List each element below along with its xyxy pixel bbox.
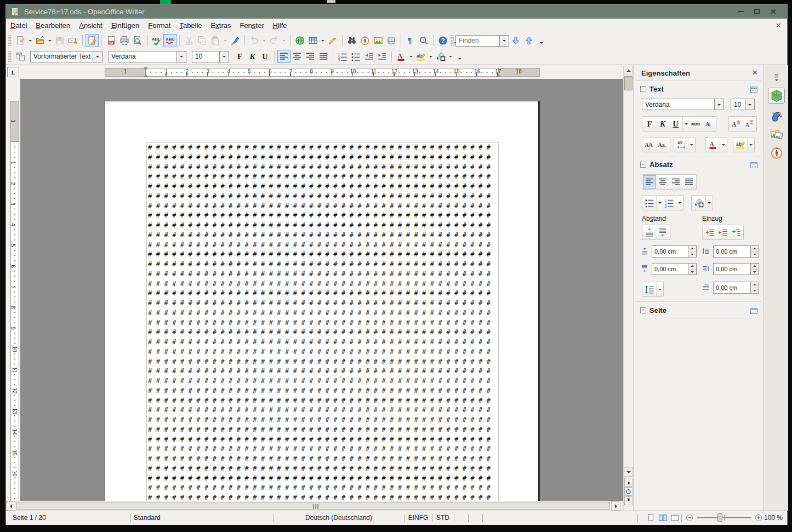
standard-toolbar-grip[interactable] bbox=[8, 35, 12, 46]
vertical-scrollbar[interactable] bbox=[623, 66, 633, 511]
first-line-indent-increase[interactable] bbox=[751, 282, 759, 288]
paragraph-background-dropdown[interactable] bbox=[705, 196, 712, 209]
sidebar-font-name-dropdown[interactable] bbox=[714, 99, 723, 110]
horizontal-scrollbar[interactable] bbox=[6, 501, 623, 511]
sidebar-font-size-dropdown[interactable] bbox=[745, 99, 754, 110]
after-text-indent-decrease[interactable] bbox=[751, 269, 759, 275]
menu-item-tabelle[interactable]: Tabelle bbox=[175, 20, 206, 31]
edit-mode-button[interactable] bbox=[86, 34, 99, 47]
scroll-left-button[interactable] bbox=[6, 501, 15, 511]
find-next-button[interactable] bbox=[509, 34, 522, 47]
styles-dialog-button[interactable] bbox=[14, 50, 27, 63]
align-left-button[interactable] bbox=[643, 175, 656, 188]
above-paragraph-spacing-decrease[interactable] bbox=[688, 251, 696, 258]
character-spacing-dropdown[interactable] bbox=[688, 138, 694, 151]
align-left-button[interactable] bbox=[277, 50, 290, 63]
vertical-ruler[interactable]: 112345678910111213141516 bbox=[8, 79, 20, 501]
first-line-indent-decrease[interactable] bbox=[751, 288, 759, 294]
multi-page-view-button[interactable] bbox=[657, 513, 668, 523]
numbered-list-button[interactable]: 123 bbox=[663, 196, 676, 209]
paragraph-style-dropdown[interactable] bbox=[93, 52, 102, 62]
decrease-indent-button[interactable] bbox=[716, 226, 730, 239]
data-sources-button[interactable] bbox=[385, 34, 398, 47]
after-text-indent-increase[interactable] bbox=[751, 264, 759, 269]
tab-gallery[interactable] bbox=[768, 126, 785, 142]
previous-page-button[interactable] bbox=[624, 478, 633, 487]
book-view-button[interactable] bbox=[669, 513, 680, 523]
text-area[interactable]: # # # # # # # # # # # # # # # # # # # # … bbox=[146, 142, 499, 501]
insert-table-dropdown[interactable] bbox=[320, 34, 326, 47]
scroll-right-button[interactable] bbox=[611, 501, 620, 511]
vertical-scrollbar-thumb[interactable] bbox=[624, 76, 633, 90]
align-justify-button[interactable] bbox=[682, 175, 696, 188]
below-paragraph-spacing-increase[interactable] bbox=[688, 264, 696, 269]
spellcheck-button[interactable]: ABC bbox=[150, 34, 163, 47]
zoom-out-button[interactable] bbox=[686, 514, 693, 522]
tab-stop-selector[interactable]: L bbox=[7, 67, 19, 77]
navigator-button[interactable]: N bbox=[358, 34, 372, 47]
highlighting-dropdown[interactable] bbox=[428, 50, 434, 63]
zoom-in-button[interactable] bbox=[755, 514, 762, 522]
uppercase-button[interactable]: AA bbox=[643, 138, 656, 151]
email-document-button[interactable] bbox=[66, 34, 79, 47]
horizontal-scrollbar-thumb[interactable] bbox=[16, 502, 610, 510]
increase-spacing-button[interactable] bbox=[643, 226, 656, 239]
before-text-indent-field[interactable]: 0,00 cm bbox=[713, 245, 759, 258]
menu-item-ansicht[interactable]: Ansicht bbox=[75, 20, 107, 31]
font-color-button[interactable]: A bbox=[706, 138, 720, 151]
sidebar-font-name-combo[interactable]: Verdana bbox=[642, 99, 724, 110]
increase-indent-button[interactable] bbox=[703, 226, 716, 239]
font-name-combo[interactable]: Verdana bbox=[108, 51, 186, 62]
character-spacing-button[interactable]: AV bbox=[675, 138, 688, 151]
page-style-status[interactable]: Standard bbox=[134, 514, 161, 522]
insert-table-button[interactable] bbox=[306, 34, 320, 47]
formatting-toolbar-overflow[interactable] bbox=[456, 49, 463, 64]
text-dialog-launcher[interactable] bbox=[750, 85, 758, 93]
gallery-button[interactable] bbox=[372, 34, 385, 47]
next-page-button[interactable] bbox=[624, 496, 633, 505]
formatting-marks-button[interactable]: ¶ bbox=[404, 34, 417, 47]
new-document-button[interactable] bbox=[14, 34, 27, 47]
find-dropdown[interactable] bbox=[499, 36, 509, 46]
decrease-spacing-button[interactable] bbox=[656, 226, 669, 239]
page-expander[interactable]: + bbox=[640, 307, 646, 313]
highlighting-button[interactable]: ab bbox=[414, 50, 428, 63]
clone-formatting-button[interactable] bbox=[229, 34, 242, 47]
find-input[interactable]: Finden bbox=[455, 35, 509, 47]
paragraph-expander[interactable]: − bbox=[640, 162, 646, 168]
align-right-button[interactable] bbox=[304, 50, 317, 63]
text-expander[interactable]: − bbox=[640, 86, 646, 92]
increase-font-size-button[interactable]: A bbox=[730, 117, 743, 130]
decrease-indent-button[interactable] bbox=[362, 50, 375, 63]
bullet-list-button[interactable] bbox=[643, 196, 656, 209]
horizontal-ruler[interactable]: 1123456789101112131415161718 bbox=[20, 66, 623, 79]
find-replace-button[interactable] bbox=[345, 34, 358, 47]
numbered-list-dropdown[interactable] bbox=[676, 196, 682, 209]
font-color-dropdown[interactable] bbox=[720, 138, 726, 151]
before-text-indent-decrease[interactable] bbox=[751, 251, 759, 258]
menu-item-bearbeiten[interactable]: Bearbeiten bbox=[31, 20, 75, 31]
tab-navigator[interactable]: N bbox=[768, 145, 785, 161]
export-pdf-button[interactable]: PDF bbox=[105, 34, 118, 47]
bold-button[interactable]: F bbox=[233, 50, 246, 63]
align-right-button[interactable] bbox=[669, 175, 682, 188]
before-text-indent-increase[interactable] bbox=[751, 246, 759, 251]
tab-styles[interactable] bbox=[768, 108, 785, 124]
line-spacing-dropdown[interactable] bbox=[656, 283, 663, 296]
menu-item-datei[interactable]: Datei bbox=[6, 20, 31, 31]
paragraph-style-combo[interactable]: Vorformatierter Text bbox=[30, 51, 102, 62]
open-button[interactable] bbox=[33, 34, 47, 47]
find-previous-button[interactable] bbox=[522, 34, 535, 47]
menu-item-hilfe[interactable]: Hilfe bbox=[269, 20, 292, 31]
document-page[interactable]: # # # # # # # # # # # # # # # # # # # # … bbox=[105, 101, 540, 501]
below-paragraph-spacing-decrease[interactable] bbox=[688, 269, 696, 275]
menu-item-extras[interactable]: Extras bbox=[207, 20, 236, 31]
draw-functions-button[interactable] bbox=[326, 34, 339, 47]
background-color-button[interactable] bbox=[434, 50, 447, 63]
above-paragraph-spacing-increase[interactable] bbox=[688, 246, 696, 251]
background-color-dropdown[interactable] bbox=[447, 50, 454, 63]
shadow-button[interactable]: AA bbox=[702, 117, 715, 130]
selection-mode-status[interactable]: STD bbox=[432, 514, 454, 522]
new-document-dropdown[interactable] bbox=[27, 34, 33, 47]
font-color-button[interactable]: A bbox=[395, 50, 408, 63]
